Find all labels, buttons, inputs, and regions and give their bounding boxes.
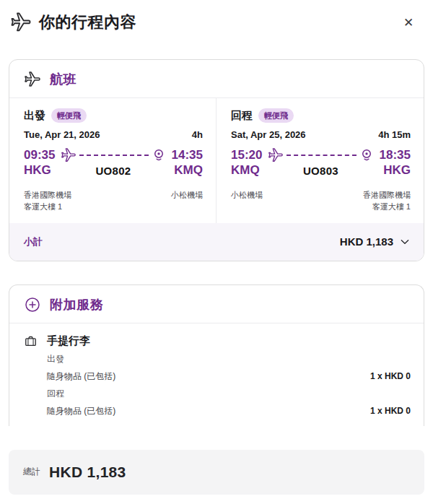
segment-outbound: 出發 輕便飛 Tue, Apr 21, 2026 4h 09:35 HKG	[9, 98, 216, 223]
baggage-section: 手提行李 出發 隨身物品 (已包括) 1 x HKD 0 回程 隨身物品 (已包…	[9, 323, 424, 426]
departure-endpoint: 15:20 KMQ	[231, 147, 262, 178]
addons-card-header: 附加服務	[9, 285, 424, 323]
baggage-item-label: 隨身物品 (已包括)	[47, 405, 115, 417]
location-pin-icon	[152, 148, 166, 162]
baggage-item-price: 1 x HKD 0	[370, 371, 411, 381]
segment-return: 回程 輕便飛 Sat, Apr 25, 2026 4h 15m 15:20 KM…	[216, 98, 424, 223]
close-icon[interactable]: ✕	[398, 12, 419, 32]
arrival-airport: 小松機場	[171, 189, 203, 213]
direction-label: 出發	[24, 109, 45, 123]
flight-duration: 4h 15m	[378, 129, 411, 140]
modal-header: 你的行程內容 ✕	[0, 0, 433, 40]
departure-code: HKG	[24, 162, 55, 178]
airplane-icon	[268, 147, 284, 163]
baggage-item-price: 1 x HKD 0	[370, 406, 411, 416]
departure-airport: 小松機場	[231, 189, 263, 213]
page-title: 你的行程內容	[39, 12, 136, 33]
arrival-time: 14:35	[172, 147, 203, 162]
total-label: 總計	[23, 466, 40, 478]
flight-date: Sat, Apr 25, 2026	[231, 129, 306, 140]
route-graphic: UO802	[61, 147, 165, 177]
total-bar: 總計 HKD 1,183	[9, 450, 424, 495]
baggage-item: 隨身物品 (已包括) 1 x HKD 0	[47, 405, 411, 417]
total-value: HKD 1,183	[49, 464, 126, 481]
arrival-code: HKG	[380, 162, 411, 178]
baggage-section-return: 回程	[47, 388, 411, 400]
flight-number: UO802	[95, 165, 131, 177]
departure-airport: 香港國際機場 客運大樓 1	[24, 189, 71, 213]
plus-circle-icon	[24, 296, 41, 313]
direction-label: 回程	[231, 109, 253, 123]
subtotal-row[interactable]: 小計 HKD 1,183	[9, 223, 424, 261]
location-pin-icon	[359, 148, 374, 162]
arrival-endpoint: 18:35 HKG	[380, 147, 411, 178]
suitcase-icon	[24, 334, 38, 348]
baggage-title: 手提行李	[47, 334, 90, 348]
arrival-code: KMQ	[172, 162, 203, 178]
fare-badge: 輕便飛	[258, 108, 294, 123]
flight-duration: 4h	[192, 129, 203, 140]
baggage-item-label: 隨身物品 (已包括)	[47, 370, 115, 383]
route-dashed-line	[287, 155, 356, 156]
addons-card-title: 附加服務	[50, 296, 103, 313]
airplane-icon	[10, 12, 32, 33]
fare-badge: 輕便飛	[51, 108, 87, 123]
route-dashed-line	[79, 155, 148, 156]
arrival-time: 18:35	[380, 147, 411, 162]
flight-card-title: 航班	[50, 71, 76, 88]
baggage-section-outbound: 出發	[47, 353, 411, 365]
subtotal-label: 小計	[24, 235, 43, 248]
chevron-down-icon[interactable]	[399, 236, 411, 248]
airplane-icon	[61, 147, 76, 163]
departure-time: 15:20	[231, 147, 262, 162]
departure-code: KMQ	[231, 162, 262, 178]
airplane-icon	[24, 71, 41, 88]
arrival-endpoint: 14:35 KMQ	[172, 147, 203, 178]
route-graphic: UO803	[268, 147, 373, 177]
flight-summary-card: 航班 出發 輕便飛 Tue, Apr 21, 2026 4h 09:35 HKG	[9, 59, 424, 261]
departure-time: 09:35	[24, 147, 55, 162]
flight-segments: 出發 輕便飛 Tue, Apr 21, 2026 4h 09:35 HKG	[9, 98, 424, 223]
arrival-airport: 香港國際機場 客運大樓 1	[363, 189, 411, 213]
flight-card-header: 航班	[9, 60, 424, 98]
addons-card: 附加服務 手提行李 出發 隨身物品 (已包括) 1 x HKD 0 回程 隨身物…	[9, 284, 424, 426]
departure-endpoint: 09:35 HKG	[24, 147, 55, 178]
baggage-item: 隨身物品 (已包括) 1 x HKD 0	[47, 370, 411, 383]
flight-number: UO803	[303, 165, 338, 177]
subtotal-value: HKD 1,183	[340, 235, 393, 248]
flight-date: Tue, Apr 21, 2026	[24, 129, 100, 140]
